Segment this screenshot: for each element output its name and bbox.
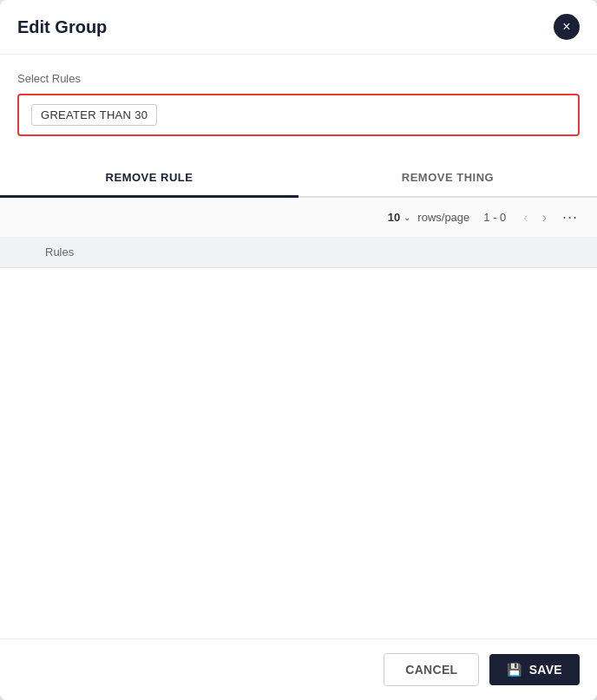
save-icon: 💾 bbox=[507, 663, 522, 677]
modal-title: Edit Group bbox=[17, 17, 107, 37]
tab-remove-thing[interactable]: REMOVE THING bbox=[298, 159, 597, 196]
cancel-button[interactable]: CANCEL bbox=[384, 653, 479, 686]
rows-per-page-label: rows/page bbox=[417, 211, 469, 224]
modal-header: Edit Group × bbox=[0, 0, 597, 55]
table-empty-body bbox=[0, 268, 597, 638]
rules-input-container[interactable]: GREATER THAN 30 bbox=[17, 94, 580, 136]
save-label: SAVE bbox=[529, 663, 562, 677]
prev-page-button[interactable]: ‹ bbox=[520, 208, 531, 227]
save-button[interactable]: 💾 SAVE bbox=[489, 654, 580, 685]
more-options-button[interactable]: ··· bbox=[557, 206, 583, 228]
close-button[interactable]: × bbox=[554, 14, 580, 40]
tabs-container: REMOVE RULE REMOVE THING bbox=[0, 159, 597, 198]
pagination-range: 1 - 0 bbox=[483, 211, 506, 224]
table-toolbar: 10 ⌄ rows/page 1 - 0 ‹ › ··· bbox=[0, 198, 597, 237]
rule-tag[interactable]: GREATER THAN 30 bbox=[31, 104, 157, 126]
modal-body: Select Rules GREATER THAN 30 REMOVE RULE… bbox=[0, 55, 597, 638]
select-rules-label: Select Rules bbox=[17, 72, 580, 85]
table-header-row: Rules bbox=[0, 237, 597, 268]
rows-number: 10 bbox=[388, 211, 400, 224]
chevron-down-icon: ⌄ bbox=[403, 213, 410, 222]
next-page-button[interactable]: › bbox=[539, 208, 550, 227]
modal: Edit Group × Select Rules GREATER THAN 3… bbox=[0, 0, 597, 700]
column-rules-header: Rules bbox=[45, 245, 74, 258]
tab-remove-rule[interactable]: REMOVE RULE bbox=[0, 159, 298, 196]
modal-footer: CANCEL 💾 SAVE bbox=[0, 638, 597, 700]
rows-per-page-select: 10 ⌄ bbox=[388, 211, 410, 224]
select-rules-section: Select Rules GREATER THAN 30 bbox=[0, 55, 597, 145]
table-area: 10 ⌄ rows/page 1 - 0 ‹ › ··· Rules bbox=[0, 198, 597, 638]
